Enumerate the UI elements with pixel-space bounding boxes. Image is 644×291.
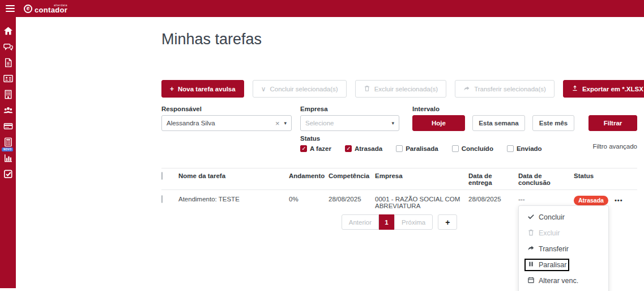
checkbox-icon	[452, 145, 459, 152]
responsavel-label: Responsável	[161, 106, 202, 112]
sidebar-item-documents[interactable]	[0, 54, 16, 70]
new-task-button[interactable]: + Nova tarefa avulsa	[161, 80, 244, 98]
checkbox-icon	[396, 145, 403, 152]
trash-icon	[364, 85, 370, 93]
checkbox-concluido[interactable]: Concluído	[452, 145, 493, 152]
header-status: Status	[574, 172, 615, 179]
sidebar-item-contacts[interactable]	[0, 70, 16, 86]
menu-icon[interactable]	[6, 5, 15, 12]
menu-item-alterar-venc[interactable]: Alterar venc.	[519, 273, 608, 289]
logo-main-text: contador	[35, 7, 67, 14]
menu-item-editar-modelo[interactable]: Editar modelo/fases	[519, 289, 608, 291]
empresa-label: Empresa	[300, 106, 328, 112]
sidebar-item-companies[interactable]	[0, 86, 16, 102]
checkbox-icon	[507, 145, 514, 152]
plus-icon: +	[170, 86, 174, 92]
check-icon	[527, 213, 535, 222]
pagination-prev-button[interactable]: Anterior	[342, 214, 379, 230]
filtrar-button[interactable]: Filtrar	[588, 115, 637, 131]
menu-item-excluir[interactable]: Excluir	[519, 225, 608, 241]
page-title: Minhas tarefas	[161, 31, 262, 48]
menu-item-label: Excluir	[539, 229, 560, 237]
export-xlsx-button[interactable]: Exportar em *.XLSX	[563, 80, 644, 98]
intervalo-label: Intervalo	[412, 106, 440, 112]
sidebar-item-tasks[interactable]	[0, 166, 16, 182]
toolbar: + Nova tarefa avulsa ∨ Concluir selecion…	[161, 80, 637, 98]
credit-card-icon	[3, 121, 14, 132]
status-badge: Atrasada	[574, 196, 608, 205]
advanced-filter-link[interactable]: Filtro avançado	[592, 143, 637, 150]
checkbox-paralisada[interactable]: Paralisada	[396, 145, 438, 152]
transfer-selected-button[interactable]: Transferir selecionada(s)	[455, 80, 555, 98]
sidebar-item-team[interactable]	[0, 102, 16, 118]
row-checkbox[interactable]	[161, 195, 163, 203]
app-logo[interactable]: e alterdata contador	[24, 4, 67, 14]
tasks-check-icon	[3, 168, 14, 179]
header-andamento: Andamento	[289, 172, 329, 179]
contact-card-icon	[3, 73, 14, 84]
status-label: Status	[300, 135, 320, 142]
sidebar-item-payments[interactable]	[0, 118, 16, 134]
calendar-icon	[527, 276, 535, 285]
row-actions-icon[interactable]	[615, 197, 623, 204]
trash-icon	[527, 229, 535, 238]
interval-group: Hoje Esta semana Este mês	[412, 115, 574, 131]
checkbox-a-fazer[interactable]: A fazer	[300, 145, 331, 152]
table-header-row: Nome da tarefa Andamento Competência Emp…	[161, 168, 637, 190]
building-icon	[3, 89, 14, 100]
bar-chart-icon	[3, 153, 14, 163]
menu-item-paralisar[interactable]: Paralisar	[519, 257, 608, 273]
menu-item-label: Concluir	[539, 213, 565, 221]
home-icon	[3, 26, 14, 36]
export-xlsx-label: Exportar em *.XLSX	[582, 86, 643, 92]
task-done-date: ---	[518, 196, 574, 203]
delete-selected-label: Excluir selecionada(s)	[374, 86, 438, 92]
conclude-selected-label: Concluir selecionada(s)	[270, 86, 338, 92]
pagination-current-page[interactable]: 1	[379, 214, 394, 230]
checkbox-atrasada[interactable]: Atrasada	[345, 145, 382, 152]
task-due-date: 28/08/2025	[468, 196, 518, 203]
task-progress: 0%	[289, 196, 329, 203]
menu-item-label: Alterar venc.	[539, 277, 578, 285]
sidebar-item-home[interactable]	[0, 23, 16, 39]
interval-esta-semana-button[interactable]: Esta semana	[472, 115, 525, 131]
header-competencia: Competência	[329, 172, 375, 179]
interval-este-mes-button[interactable]: Este mês	[532, 115, 574, 131]
upload-icon	[572, 85, 578, 93]
sidebar-item-reports[interactable]: NOVO	[0, 150, 16, 166]
header-empresa: Empresa	[375, 172, 468, 179]
menu-item-concluir[interactable]: Concluir	[519, 209, 608, 225]
select-all-checkbox[interactable]	[161, 172, 163, 180]
clear-icon[interactable]: ×	[275, 119, 280, 128]
new-task-label: Nova tarefa avulsa	[178, 86, 236, 92]
task-competence: 28/08/2025	[329, 196, 375, 203]
forward-arrow-icon	[527, 244, 535, 254]
delete-selected-button[interactable]: Excluir selecionada(s)	[355, 80, 447, 98]
task-name: Atendimento: TESTE	[178, 196, 289, 203]
pagination-add-button[interactable]: +	[438, 214, 457, 230]
transfer-selected-label: Transferir selecionada(s)	[474, 86, 546, 92]
document-icon	[3, 57, 14, 68]
forward-arrow-icon	[463, 85, 470, 93]
top-header: e alterdata contador	[0, 0, 644, 17]
checkbox-label: Paralisada	[406, 145, 438, 152]
logo-text: alterdata contador	[35, 4, 67, 14]
conclude-selected-button[interactable]: ∨ Concluir selecionada(s)	[253, 80, 347, 98]
checkbox-label: A fazer	[310, 145, 331, 152]
checkbox-label: Enviado	[517, 145, 542, 152]
checkbox-enviado[interactable]: Enviado	[507, 145, 542, 152]
chevron-down-icon: ∨	[261, 86, 266, 92]
pagination-next-button[interactable]: Próxima	[394, 214, 433, 230]
caret-down-icon: ▾	[284, 120, 287, 126]
responsavel-select[interactable]: Alessandra Silva × ▾	[161, 115, 292, 131]
task-company: 0001 - RAZÃO SOCIAL COM ABREVIATURA	[375, 196, 468, 209]
interval-hoje-button[interactable]: Hoje	[412, 115, 465, 131]
checkbox-label: Atrasada	[355, 145, 382, 152]
menu-item-transferir[interactable]: Transferir	[519, 241, 608, 257]
caret-down-icon: ▾	[391, 120, 394, 126]
app-window: e alterdata contador	[0, 0, 644, 291]
logo-small-text: alterdata	[54, 4, 67, 7]
sidebar-item-chat[interactable]	[0, 39, 16, 54]
empresa-placeholder: Selecione	[305, 120, 391, 126]
empresa-select[interactable]: Selecione ▾	[300, 115, 399, 131]
